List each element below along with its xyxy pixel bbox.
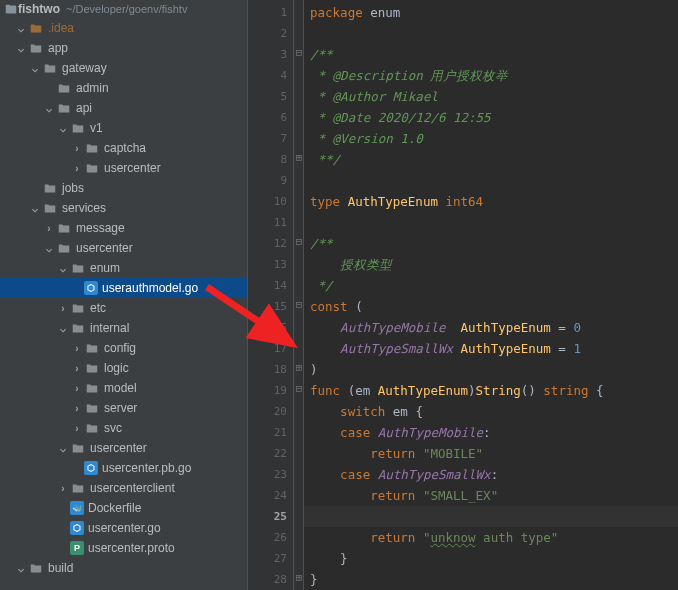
chevron-icon[interactable] — [42, 243, 56, 254]
chevron-icon[interactable] — [70, 163, 84, 174]
fold-toggle-icon[interactable]: ⊟ — [294, 382, 304, 395]
tree-item-label: config — [104, 341, 136, 355]
tree-item-server[interactable]: server — [0, 398, 247, 418]
chevron-icon[interactable] — [56, 263, 70, 274]
folder-icon — [56, 220, 72, 236]
line-number[interactable]: 22 — [248, 443, 293, 464]
folder-icon — [70, 480, 86, 496]
line-number[interactable]: 21 — [248, 422, 293, 443]
tree-item-label: etc — [90, 301, 106, 315]
chevron-icon[interactable] — [70, 143, 84, 154]
chevron-icon[interactable] — [28, 63, 42, 74]
tree-item-etc[interactable]: etc — [0, 298, 247, 318]
chevron-icon[interactable] — [14, 43, 28, 54]
line-number[interactable]: 25 — [248, 506, 293, 527]
line-number[interactable]: 18 — [248, 359, 293, 380]
line-number[interactable]: 14 — [248, 275, 293, 296]
chevron-icon[interactable] — [70, 383, 84, 394]
tree-item-label: jobs — [62, 181, 84, 195]
tree-item-model[interactable]: model — [0, 378, 247, 398]
line-number[interactable]: 23 — [248, 464, 293, 485]
tree-item-config[interactable]: config — [0, 338, 247, 358]
chevron-icon[interactable] — [56, 443, 70, 454]
gutter[interactable]: 12345678910↑111213141516171819↑202122232… — [248, 0, 294, 590]
chevron-icon[interactable] — [42, 223, 56, 234]
line-number[interactable]: 10↑ — [248, 191, 293, 212]
tree-item-usercenterclient[interactable]: usercenterclient — [0, 478, 247, 498]
tree-item-gateway[interactable]: gateway — [0, 58, 247, 78]
fold-toggle-icon[interactable]: ⊟ — [294, 298, 304, 311]
chevron-icon[interactable] — [14, 563, 28, 574]
chevron-icon[interactable] — [70, 363, 84, 374]
line-number[interactable]: 7 — [248, 128, 293, 149]
tree-item-captcha[interactable]: captcha — [0, 138, 247, 158]
chevron-icon[interactable] — [56, 123, 70, 134]
line-number[interactable]: 24 — [248, 485, 293, 506]
line-number[interactable]: 3 — [248, 44, 293, 65]
line-number[interactable]: 4 — [248, 65, 293, 86]
tree-item-api[interactable]: api — [0, 98, 247, 118]
line-number[interactable]: 19↑ — [248, 380, 293, 401]
tree-item-label: svc — [104, 421, 122, 435]
line-number[interactable]: 28 — [248, 569, 293, 590]
chevron-icon[interactable] — [70, 403, 84, 414]
tree-item-usercenter-proto[interactable]: Pusercenter.proto — [0, 538, 247, 558]
fold-column[interactable]: ⊟⊞⊟⊟⊞⊟⊞ — [294, 0, 304, 590]
tree-item-userauthmodel-go[interactable]: ⬡userauthmodel.go — [0, 278, 247, 298]
folder-icon — [56, 240, 72, 256]
line-number[interactable]: 5 — [248, 86, 293, 107]
code-area[interactable]: package enum /** * @Description 用户授权枚举 *… — [304, 0, 678, 590]
line-number[interactable]: 1 — [248, 2, 293, 23]
chevron-icon[interactable] — [56, 483, 70, 494]
line-number[interactable]: 17 — [248, 338, 293, 359]
folder-icon — [28, 560, 44, 576]
line-number[interactable]: 12 — [248, 233, 293, 254]
line-number[interactable]: 11 — [248, 212, 293, 233]
chevron-icon[interactable] — [28, 203, 42, 214]
tree-item-svc[interactable]: svc — [0, 418, 247, 438]
tree-item-usercenter[interactable]: usercenter — [0, 158, 247, 178]
line-number[interactable]: 13 — [248, 254, 293, 275]
file-tree[interactable]: .ideaappgatewayadminapiv1captchausercent… — [0, 18, 247, 578]
tree-item-build[interactable]: build — [0, 558, 247, 578]
folder-icon — [56, 100, 72, 116]
tree-item-label: usercenter — [76, 241, 133, 255]
tree-item-jobs[interactable]: jobs — [0, 178, 247, 198]
line-number[interactable]: 9 — [248, 170, 293, 191]
tree-item--idea[interactable]: .idea — [0, 18, 247, 38]
tree-item-usercenter[interactable]: usercenter — [0, 438, 247, 458]
line-number[interactable]: 20 — [248, 401, 293, 422]
tree-item-app[interactable]: app — [0, 38, 247, 58]
fold-toggle-icon[interactable]: ⊟ — [294, 46, 304, 59]
chevron-icon[interactable] — [70, 423, 84, 434]
tree-item-admin[interactable]: admin — [0, 78, 247, 98]
fold-toggle-icon[interactable]: ⊞ — [294, 361, 304, 374]
chevron-icon[interactable] — [42, 103, 56, 114]
line-number[interactable]: 2 — [248, 23, 293, 44]
tree-item-message[interactable]: message — [0, 218, 247, 238]
project-root[interactable]: fishtwo ~/Developer/goenv/fishtv — [0, 0, 247, 18]
chevron-icon[interactable] — [56, 303, 70, 314]
tree-item-logic[interactable]: logic — [0, 358, 247, 378]
tree-item-v1[interactable]: v1 — [0, 118, 247, 138]
fold-toggle-icon[interactable]: ⊞ — [294, 571, 304, 584]
line-number[interactable]: 15 — [248, 296, 293, 317]
line-number[interactable]: 8 — [248, 149, 293, 170]
line-number[interactable]: 6 — [248, 107, 293, 128]
chevron-icon[interactable] — [56, 323, 70, 334]
line-number[interactable]: 26 — [248, 527, 293, 548]
tree-item-usercenter-go[interactable]: ⬡usercenter.go — [0, 518, 247, 538]
tree-item-Dockerfile[interactable]: 🐳Dockerfile — [0, 498, 247, 518]
tree-item-enum[interactable]: enum — [0, 258, 247, 278]
chevron-icon[interactable] — [70, 343, 84, 354]
chevron-icon[interactable] — [14, 23, 28, 34]
folder-icon — [42, 200, 58, 216]
line-number[interactable]: 27 — [248, 548, 293, 569]
tree-item-services[interactable]: services — [0, 198, 247, 218]
fold-toggle-icon[interactable]: ⊞ — [294, 151, 304, 164]
tree-item-usercenter-pb-go[interactable]: ⬡usercenter.pb.go — [0, 458, 247, 478]
line-number[interactable]: 16 — [248, 317, 293, 338]
tree-item-internal[interactable]: internal — [0, 318, 247, 338]
tree-item-usercenter[interactable]: usercenter — [0, 238, 247, 258]
fold-toggle-icon[interactable]: ⊟ — [294, 235, 304, 248]
